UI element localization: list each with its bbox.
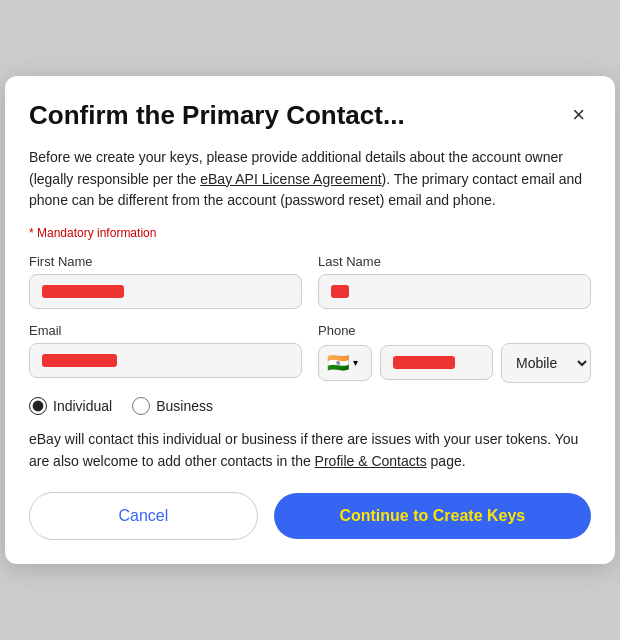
email-group: Email — [29, 323, 302, 383]
profile-contacts-link[interactable]: Profile & Contacts — [315, 453, 427, 469]
last-name-group: Last Name — [318, 254, 591, 309]
last-name-input-wrapper[interactable] — [318, 274, 591, 309]
first-name-group: First Name — [29, 254, 302, 309]
description-text: Before we create your keys, please provi… — [29, 147, 591, 212]
first-name-label: First Name — [29, 254, 302, 269]
contact-note: eBay will contact this individual or bus… — [29, 429, 591, 472]
chevron-down-icon: ▾ — [353, 357, 358, 368]
last-name-label: Last Name — [318, 254, 591, 269]
phone-group: Phone 🇮🇳 ▾ Mobile Home Work — [318, 323, 591, 383]
ebay-license-link[interactable]: eBay API License Agreement — [200, 171, 381, 187]
phone-label: Phone — [318, 323, 591, 338]
close-button[interactable]: × — [566, 102, 591, 128]
email-input-wrapper[interactable] — [29, 343, 302, 378]
phone-number-redacted — [393, 356, 455, 369]
contact-note-part3: page. — [427, 453, 466, 469]
button-row: Cancel Continue to Create Keys — [29, 492, 591, 540]
email-redacted — [42, 354, 117, 367]
cancel-button[interactable]: Cancel — [29, 492, 258, 540]
phone-number-input[interactable] — [380, 345, 493, 380]
business-label: Business — [156, 398, 213, 414]
modal-header: Confirm the Primary Contact... × — [29, 100, 591, 131]
individual-label: Individual — [53, 398, 112, 414]
first-name-redacted — [42, 285, 124, 298]
business-radio[interactable] — [132, 397, 150, 415]
contact-row: Email Phone 🇮🇳 ▾ Mobile Home Work — [29, 323, 591, 383]
individual-radio[interactable] — [29, 397, 47, 415]
mandatory-label: * Mandatory information — [29, 226, 591, 240]
individual-radio-label[interactable]: Individual — [29, 397, 112, 415]
confirm-primary-contact-modal: Confirm the Primary Contact... × Before … — [5, 76, 615, 565]
name-row: First Name Last Name — [29, 254, 591, 309]
email-label: Email — [29, 323, 302, 338]
continue-button[interactable]: Continue to Create Keys — [274, 493, 591, 539]
modal-title: Confirm the Primary Contact... — [29, 100, 558, 131]
phone-row: 🇮🇳 ▾ Mobile Home Work — [318, 343, 591, 383]
last-name-redacted — [331, 285, 349, 298]
phone-type-dropdown[interactable]: Mobile Home Work — [501, 343, 591, 383]
contact-note-part1: eBay will contact this individual or bus… — [29, 431, 578, 469]
india-flag-icon: 🇮🇳 — [327, 354, 349, 372]
first-name-input-wrapper[interactable] — [29, 274, 302, 309]
account-type-radio-row: Individual Business — [29, 397, 591, 415]
phone-country-select[interactable]: 🇮🇳 ▾ — [318, 345, 372, 381]
business-radio-label[interactable]: Business — [132, 397, 213, 415]
